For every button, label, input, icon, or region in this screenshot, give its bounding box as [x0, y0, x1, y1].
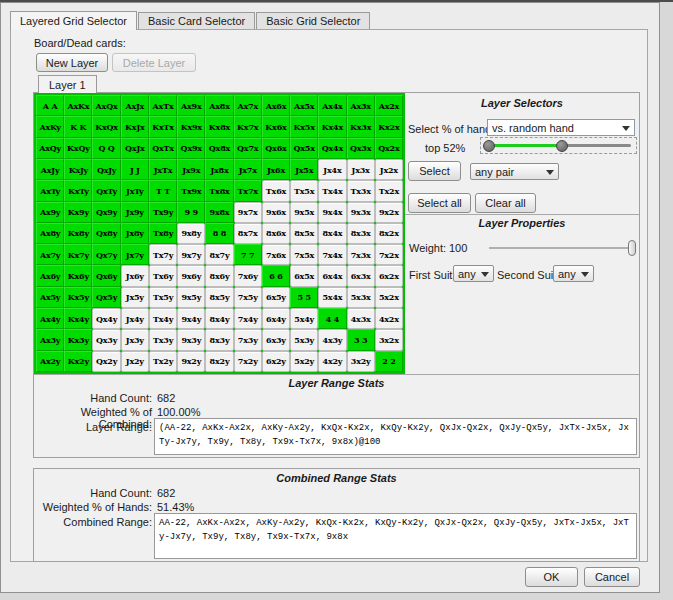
hand-cell-Qx8y[interactable]: Qx8y	[92, 223, 120, 244]
hand-cell-9x2y[interactable]: 9x2y	[177, 351, 205, 372]
hand-cell-Ax2x[interactable]: Ax2x	[375, 95, 403, 116]
hand-cell-4x2y[interactable]: 4x2y	[318, 351, 346, 372]
hand-cell-Jx3y[interactable]: Jx3y	[121, 329, 149, 350]
hand-cell-Jx3x[interactable]: Jx3x	[347, 159, 375, 180]
hand-cell-Jx2x[interactable]: Jx2x	[375, 159, 403, 180]
hand-cell-7x4x[interactable]: 7x4x	[318, 244, 346, 265]
hand-cell-7x2y[interactable]: 7x2y	[234, 351, 262, 372]
hand-cell-Tx5y[interactable]: Tx5y	[149, 287, 177, 308]
hand-cell-6x5y[interactable]: 6x5y	[262, 287, 290, 308]
hand-cell-QxTx[interactable]: QxTx	[149, 138, 177, 159]
hand-cell-Ax5y[interactable]: Ax5y	[36, 287, 64, 308]
hand-cell-Ax8x[interactable]: Ax8x	[205, 95, 233, 116]
hand-cell-8x4x[interactable]: 8x4x	[318, 223, 346, 244]
hand-cell-Jx4y[interactable]: Jx4y	[121, 308, 149, 329]
hand-cell-9x3y[interactable]: 9x3y	[177, 329, 205, 350]
hand-cell-9x3x[interactable]: 9x3x	[347, 202, 375, 223]
clear-all-button[interactable]: Clear all	[475, 193, 536, 213]
hand-cell-KK[interactable]: K K	[64, 116, 92, 137]
hand-cell-Tx3x[interactable]: Tx3x	[347, 180, 375, 201]
hand-cell-Kx2y[interactable]: Kx2y	[64, 351, 92, 372]
hand-cell-7x3x[interactable]: 7x3x	[347, 244, 375, 265]
hand-cell-8x7x[interactable]: 8x7x	[234, 223, 262, 244]
hand-cell-Qx2x[interactable]: Qx2x	[375, 138, 403, 159]
hand-cell-AxJy[interactable]: AxJy	[36, 159, 64, 180]
hand-cell-Kx5y[interactable]: Kx5y	[64, 287, 92, 308]
second-suit-dropdown[interactable]: any	[553, 265, 594, 282]
hand-cell-QxJy[interactable]: QxJy	[92, 159, 120, 180]
hand-cell-Qx4x[interactable]: Qx4x	[318, 138, 346, 159]
hand-cell-5x4x[interactable]: 5x4x	[318, 287, 346, 308]
hand-cell-9x4x[interactable]: 9x4x	[318, 202, 346, 223]
hand-cell-66[interactable]: 6 6	[262, 265, 290, 286]
hand-cell-9x5y[interactable]: 9x5y	[177, 287, 205, 308]
hand-cell-Qx8x[interactable]: Qx8x	[205, 138, 233, 159]
hand-cell-Kx3x[interactable]: Kx3x	[347, 116, 375, 137]
hand-cell-Jx7y[interactable]: Jx7y	[121, 244, 149, 265]
hand-cell-Qx7x[interactable]: Qx7x	[234, 138, 262, 159]
hand-cell-5x2x[interactable]: 5x2x	[375, 287, 403, 308]
hand-cell-Jx5y[interactable]: Jx5y	[121, 287, 149, 308]
hand-cell-Kx9x[interactable]: Kx9x	[177, 116, 205, 137]
hand-cell-4x3x[interactable]: 4x3x	[347, 308, 375, 329]
hand-cell-Jx9y[interactable]: Jx9y	[121, 202, 149, 223]
hand-cell-Ax3x[interactable]: Ax3x	[347, 95, 375, 116]
hand-cell-Tx4x[interactable]: Tx4x	[318, 180, 346, 201]
tab-layered-grid-selector[interactable]: Layered Grid Selector	[10, 11, 137, 30]
hand-cell-Tx7y[interactable]: Tx7y	[149, 244, 177, 265]
hand-cell-JxTx[interactable]: JxTx	[149, 159, 177, 180]
hand-cell-8x6x[interactable]: 8x6x	[262, 223, 290, 244]
hand-cell-QxTy[interactable]: QxTy	[92, 180, 120, 201]
hand-cell-Tx3y[interactable]: Tx3y	[149, 329, 177, 350]
hand-cell-KxTy[interactable]: KxTy	[64, 180, 92, 201]
hand-cell-AxQx[interactable]: AxQx	[92, 95, 120, 116]
delete-layer-button[interactable]: Delete Layer	[112, 53, 196, 72]
hand-cell-Kx6y[interactable]: Kx6y	[64, 265, 92, 286]
hand-cell-Ax7y[interactable]: Ax7y	[36, 244, 64, 265]
hand-cell-Kx7x[interactable]: Kx7x	[234, 116, 262, 137]
hand-cell-8x6y[interactable]: 8x6y	[205, 265, 233, 286]
hand-cell-Qx6y[interactable]: Qx6y	[92, 265, 120, 286]
hand-cell-Tx2x[interactable]: Tx2x	[375, 180, 403, 201]
hand-cell-Qx5x[interactable]: Qx5x	[290, 138, 318, 159]
hand-cell-Ax6y[interactable]: Ax6y	[36, 265, 64, 286]
hand-cell-7x4y[interactable]: 7x4y	[234, 308, 262, 329]
hand-cell-6x4y[interactable]: 6x4y	[262, 308, 290, 329]
hand-cell-Ax9y[interactable]: Ax9y	[36, 202, 64, 223]
vs-random-hand-dropdown[interactable]: vs. random hand	[487, 119, 635, 136]
hand-cell-Ax5x[interactable]: Ax5x	[290, 95, 318, 116]
hand-cell-Kx3y[interactable]: Kx3y	[64, 329, 92, 350]
hand-cell-AxTx[interactable]: AxTx	[149, 95, 177, 116]
hand-cell-8x2x[interactable]: 8x2x	[375, 223, 403, 244]
pattern-dropdown[interactable]: any pair	[470, 163, 559, 180]
hand-cell-Kx8y[interactable]: Kx8y	[64, 223, 92, 244]
hand-cell-Qx9x[interactable]: Qx9x	[177, 138, 205, 159]
hand-cell-5x3x[interactable]: 5x3x	[347, 287, 375, 308]
hand-cell-Kx5x[interactable]: Kx5x	[290, 116, 318, 137]
hand-cell-Qx2y[interactable]: Qx2y	[92, 351, 120, 372]
hand-cell-Ax8y[interactable]: Ax8y	[36, 223, 64, 244]
hand-cell-Ax9x[interactable]: Ax9x	[177, 95, 205, 116]
hand-cell-6x3y[interactable]: 6x3y	[262, 329, 290, 350]
hand-cell-33[interactable]: 3 3	[347, 329, 375, 350]
hand-cell-Ax4x[interactable]: Ax4x	[318, 95, 346, 116]
hand-cell-Jx4x[interactable]: Jx4x	[318, 159, 346, 180]
hand-cell-9x8x[interactable]: 9x8x	[205, 202, 233, 223]
hand-cell-KxQy[interactable]: KxQy	[64, 138, 92, 159]
hand-cell-8x2y[interactable]: 8x2y	[205, 351, 233, 372]
hand-cell-8x3y[interactable]: 8x3y	[205, 329, 233, 350]
hand-cell-AxTy[interactable]: AxTy	[36, 180, 64, 201]
hand-cell-JxTy[interactable]: JxTy	[121, 180, 149, 201]
hand-cell-Kx4y[interactable]: Kx4y	[64, 308, 92, 329]
combined-range-textarea[interactable]: AA-22, AxKx-Ax2x, AxKy-Ax2y, KxQx-Kx2x, …	[154, 513, 637, 559]
hand-cell-4x3y[interactable]: 4x3y	[318, 329, 346, 350]
hand-cell-99[interactable]: 9 9	[177, 202, 205, 223]
hand-cell-Kx6x[interactable]: Kx6x	[262, 116, 290, 137]
hand-cell-Qx3x[interactable]: Qx3x	[347, 138, 375, 159]
hand-cell-9x6y[interactable]: 9x6y	[177, 265, 205, 286]
hand-cell-9x7x[interactable]: 9x7x	[234, 202, 262, 223]
hand-cell-Kx7y[interactable]: Kx7y	[64, 244, 92, 265]
slider-high-handle[interactable]	[556, 140, 568, 152]
hand-cell-Jx8y[interactable]: Jx8y	[121, 223, 149, 244]
hand-cell-KxQx[interactable]: KxQx	[92, 116, 120, 137]
